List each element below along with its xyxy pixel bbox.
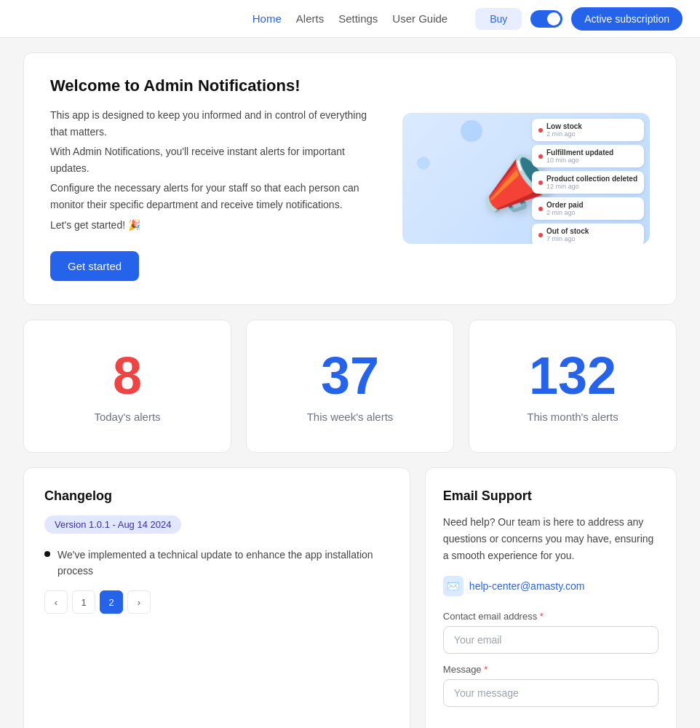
required-star: *: [540, 611, 544, 622]
nav-user-guide[interactable]: User Guide: [392, 12, 448, 25]
stat-today-number: 8: [39, 349, 216, 402]
welcome-p3: Configure the necessary alerts for your …: [50, 180, 385, 213]
stat-week-label: This week's alerts: [261, 411, 439, 423]
email-support-card: Email Support Need help? Our team is her…: [425, 467, 677, 728]
message-input[interactable]: [443, 679, 659, 707]
stat-today-label: Today's alerts: [39, 411, 216, 423]
pagination: ‹ 1 2 ›: [44, 590, 389, 614]
stat-week-number: 37: [261, 349, 439, 402]
get-started-button[interactable]: Get started: [50, 251, 139, 281]
email-address: help-center@amasty.com: [469, 580, 585, 592]
pagination-next[interactable]: ›: [127, 590, 151, 614]
changelog-item-text: We've implemented a technical update to …: [57, 547, 389, 579]
message-label: Message *: [443, 664, 659, 675]
notif-dot: [538, 181, 543, 185]
notif-dot: [538, 154, 543, 159]
welcome-title: Welcome to Admin Notifications!: [50, 76, 385, 95]
stat-today: 8 Today's alerts: [23, 320, 231, 453]
notif-bubble-order: Order paid 2 min ago: [532, 197, 644, 220]
changelog-title: Changelog: [44, 488, 389, 504]
welcome-card: Welcome to Admin Notifications! This app…: [23, 52, 677, 305]
buy-button[interactable]: Buy: [475, 8, 522, 30]
welcome-p4: Let's get started! 🎉: [50, 217, 385, 234]
notif-dot: [538, 128, 543, 132]
contact-email-label: Contact email address *: [443, 611, 659, 622]
version-badge: Version 1.0.1 - Aug 14 2024: [44, 515, 181, 534]
changelog-item: We've implemented a technical update to …: [44, 547, 389, 579]
notif-bubble-out-of-stock: Out of stock 7 min ago: [532, 223, 644, 244]
pagination-page-1[interactable]: 1: [72, 590, 95, 614]
contact-email-input[interactable]: [443, 626, 659, 654]
toggle-thumb: [547, 12, 560, 25]
nav-links: Home Alerts Settings User Guide: [252, 12, 448, 25]
changelog-card: Changelog Version 1.0.1 - Aug 14 2024 We…: [23, 467, 410, 728]
email-support-title: Email Support: [443, 488, 659, 504]
nav-alerts[interactable]: Alerts: [296, 12, 324, 25]
nav-settings[interactable]: Settings: [338, 12, 378, 25]
email-link[interactable]: ✉️ help-center@amasty.com: [443, 576, 659, 596]
notification-bubbles: Low stock 2 min ago Fulfillment updated …: [532, 119, 644, 244]
email-icon: ✉️: [443, 576, 464, 596]
active-subscription-button[interactable]: Active subscription: [571, 7, 683, 31]
notif-dot: [538, 207, 543, 211]
bubble-decoration-2: [417, 157, 430, 170]
notif-dot: [538, 233, 543, 237]
navbar: Home Alerts Settings User Guide Buy Acti…: [0, 0, 700, 38]
bullet-icon: [44, 551, 50, 557]
theme-toggle[interactable]: [530, 10, 562, 28]
welcome-text: Welcome to Admin Notifications! This app…: [50, 76, 385, 281]
stat-week: 37 This week's alerts: [246, 320, 454, 453]
nav-home[interactable]: Home: [252, 12, 282, 25]
stats-row: 8 Today's alerts 37 This week's alerts 1…: [23, 320, 677, 453]
pagination-prev[interactable]: ‹: [44, 590, 68, 614]
required-star-message: *: [484, 664, 488, 675]
pagination-page-2[interactable]: 2: [100, 590, 123, 614]
email-support-desc: Need help? Our team is here to address a…: [443, 514, 659, 564]
bubble-decoration-1: [461, 120, 482, 142]
welcome-p2: With Admin Notifications, you'll receive…: [50, 143, 385, 177]
nav-right: Buy Active subscription: [475, 7, 683, 31]
notif-bubble-fulfillment: Fulfillment updated 10 min ago: [532, 145, 644, 167]
stat-month-number: 132: [484, 349, 661, 402]
stat-month-label: This month's alerts: [484, 411, 661, 423]
main-content: Welcome to Admin Notifications! This app…: [12, 52, 688, 728]
notif-bubble-collection: Product collection deleted 12 min ago: [532, 171, 644, 194]
stat-month: 132 This month's alerts: [469, 320, 677, 453]
bottom-row: Changelog Version 1.0.1 - Aug 14 2024 We…: [23, 467, 677, 728]
notif-bubble-low-stock: Low stock 2 min ago: [532, 119, 644, 141]
welcome-illustration: 📣 Low stock 2 min ago Fulfillment update…: [402, 113, 650, 244]
welcome-p1: This app is designed to keep you informe…: [50, 107, 385, 141]
